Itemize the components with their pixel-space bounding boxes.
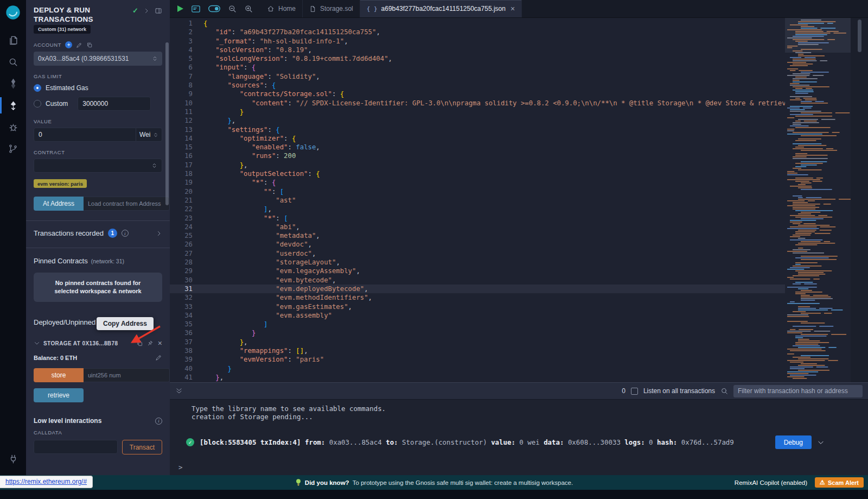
code-line[interactable]: 10 "content": "// SPDX-License-Identifie… <box>170 99 785 108</box>
code-line[interactable]: 29 "evm.legacyAssembly", <box>170 267 785 275</box>
zoom-in-icon[interactable] <box>244 4 253 13</box>
panel-scrollbar[interactable] <box>165 42 169 205</box>
code-line[interactable]: 7 "language": "Solidity", <box>170 72 785 81</box>
edit-account-icon[interactable] <box>76 42 82 48</box>
code-line[interactable]: 11 } <box>170 108 785 116</box>
terminal-prompt[interactable]: > <box>178 463 868 471</box>
code-line[interactable]: 28 "storageLayout", <box>170 258 785 267</box>
code-line[interactable]: 23 "*": [ <box>170 214 785 223</box>
zoom-out-icon[interactable] <box>228 4 237 13</box>
close-tab-icon[interactable]: × <box>510 5 515 12</box>
create-account-icon[interactable]: + <box>65 41 72 48</box>
code-editor[interactable]: 1{2 "id": "a69b43f277ba20fcac141151250ca… <box>170 18 868 382</box>
code-line[interactable]: 34 "evm.assembly" <box>170 311 785 320</box>
code-line[interactable]: 41 }, <box>170 373 785 382</box>
code-line[interactable]: 17 }, <box>170 161 785 169</box>
copilot-status[interactable]: RemixAI Copilot (enabled) <box>735 479 807 486</box>
sidebar-item-solidity-compiler[interactable] <box>0 73 26 94</box>
minimap[interactable] <box>785 18 851 382</box>
contract-select[interactable] <box>34 159 162 173</box>
sidebar-item-deploy-and-run[interactable] <box>0 94 26 116</box>
code-line[interactable]: 19 "*": { <box>170 178 785 187</box>
sidebar-item-file-explorer[interactable] <box>0 29 26 51</box>
code-line[interactable]: 35 ] <box>170 320 785 329</box>
code-line[interactable]: 4 "solcVersion": "0.8.19", <box>170 46 785 54</box>
pin-contract-icon[interactable] <box>146 340 154 347</box>
code-line[interactable]: 14 "optimizer": { <box>170 134 785 143</box>
scam-alert-button[interactable]: ⚠ Scam Alert <box>815 477 864 488</box>
code-line[interactable]: 40 } <box>170 364 785 373</box>
code-line[interactable]: 36 } <box>170 329 785 337</box>
code-line[interactable]: 5 "solcLongVersion": "0.8.19+commit.7dd6… <box>170 54 785 63</box>
at-address-input[interactable] <box>84 197 170 211</box>
terminal-body[interactable]: Type the library name to see available c… <box>170 400 868 471</box>
toggle-terminal-icon[interactable] <box>175 387 183 395</box>
editor-scroll-area[interactable] <box>851 18 868 382</box>
account-select[interactable]: 0xA03...85ac4 (0.39866531531 <box>34 52 162 66</box>
tab-storage-sol[interactable]: Storage.sol <box>303 0 360 17</box>
code-line[interactable]: 15 "enabled": false, <box>170 143 785 151</box>
expand-log-icon[interactable] <box>817 439 825 446</box>
code-line[interactable]: 21 "ast" <box>170 196 785 205</box>
value-input[interactable] <box>34 128 136 142</box>
code-line[interactable]: 12 }, <box>170 116 785 125</box>
value-unit-select[interactable]: Wei <box>136 128 162 142</box>
code-line[interactable]: 1{ <box>170 19 785 28</box>
sidebar-item-debugger[interactable] <box>0 116 26 138</box>
code-line[interactable]: 31 "evm.deployedBytecode", <box>170 285 785 293</box>
editor-scrollbar-thumb[interactable] <box>858 20 861 52</box>
store-input[interactable] <box>84 368 170 382</box>
copy-address-icon[interactable] <box>136 340 143 347</box>
code-line[interactable]: 37 }, <box>170 338 785 346</box>
code-line[interactable]: 16 "runs": 200 <box>170 151 785 160</box>
sidebar-item-git[interactable] <box>0 138 26 160</box>
calldata-input[interactable] <box>34 440 118 454</box>
copy-account-icon[interactable] <box>86 42 93 48</box>
code-line[interactable]: 30 "evm.bytecode", <box>170 276 785 285</box>
code-line[interactable]: 6 "input": { <box>170 63 785 72</box>
code-line[interactable]: 27 "userdoc", <box>170 249 785 258</box>
code-line[interactable]: 32 "evm.methodIdentifiers", <box>170 293 785 302</box>
copilot-toggle[interactable] <box>208 5 220 12</box>
code-line[interactable]: 3 "_format": "hh-sol-build-info-1", <box>170 37 785 46</box>
code-line[interactable]: 33 "evm.gasEstimates", <box>170 302 785 311</box>
custom-gas-radio[interactable]: Custom <box>34 97 162 111</box>
edit-balance-icon[interactable] <box>155 354 162 361</box>
custom-gas-input[interactable] <box>78 97 151 111</box>
code-line[interactable]: 22 ], <box>170 205 785 213</box>
code-line[interactable]: 18 "outputSelection": { <box>170 169 785 178</box>
store-button[interactable]: store <box>34 368 84 382</box>
estimated-gas-radio[interactable]: Estimated Gas <box>34 84 162 92</box>
run-script-icon[interactable] <box>177 5 183 12</box>
collapse-panel-icon[interactable] <box>143 8 150 14</box>
collapse-contract-icon[interactable] <box>34 340 40 346</box>
remove-contract-icon[interactable]: × <box>158 339 162 347</box>
code-line[interactable]: 2 "id": "a69b43f277ba20fcac141151250ca75… <box>170 28 785 36</box>
debug-button[interactable]: Debug <box>775 435 812 449</box>
pin-panel-layout-icon[interactable] <box>155 7 162 15</box>
listen-checkbox[interactable] <box>631 388 638 395</box>
code-line[interactable]: 25 "metadata", <box>170 231 785 240</box>
sidebar-item-plugin-manager[interactable] <box>0 448 26 470</box>
sidebar-item-search[interactable] <box>0 51 26 73</box>
filter-input[interactable] <box>733 385 863 397</box>
transact-button[interactable]: Transact <box>122 440 162 454</box>
code-line[interactable]: 20 "": [ <box>170 187 785 196</box>
transaction-log-row[interactable]: ✓ [block:5583405 txIndex:4] from: 0xa03.… <box>186 435 868 449</box>
deployed-contract-name[interactable]: STORAGE AT 0X136...8B78 <box>43 340 133 346</box>
code-line[interactable]: 13 "settings": { <box>170 125 785 134</box>
expand-transactions-icon[interactable] <box>156 230 162 237</box>
code-line[interactable]: 8 "sources": { <box>170 81 785 90</box>
tab-build-info-json[interactable]: { } a69b43f277ba20fcac141151250ca755.jso… <box>360 0 522 17</box>
info-icon[interactable]: i <box>122 230 129 237</box>
at-address-button[interactable]: At Address <box>34 197 84 211</box>
ai-assistant-icon[interactable] <box>191 5 201 13</box>
retrieve-button[interactable]: retrieve <box>34 388 84 402</box>
tab-home[interactable]: Home <box>260 0 303 17</box>
code-line[interactable]: 24 "abi", <box>170 223 785 231</box>
info-icon[interactable]: i <box>155 418 162 425</box>
code-line[interactable]: 38 "remappings": [], <box>170 346 785 355</box>
remix-logo[interactable] <box>5 4 21 21</box>
code-line[interactable]: 39 "evmVersion": "paris" <box>170 355 785 364</box>
code-line[interactable]: 26 "devdoc", <box>170 240 785 249</box>
